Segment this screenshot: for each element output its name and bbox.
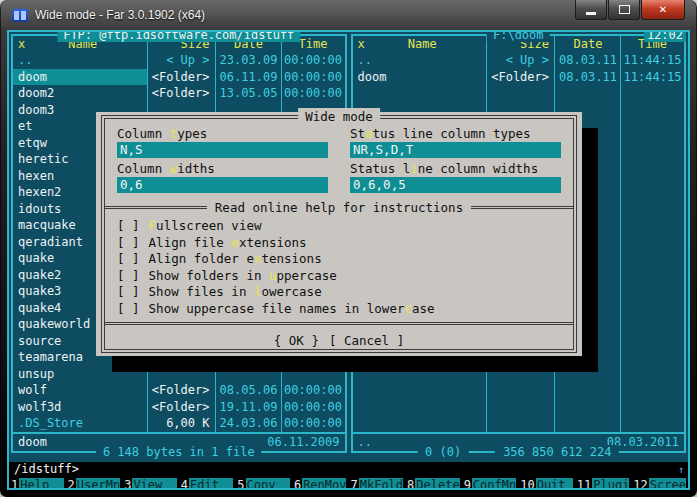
clock: 12:02 <box>644 30 686 42</box>
function-key-label: Quit <box>536 478 573 491</box>
function-key-label: UserMn <box>76 478 120 491</box>
function-key-label: ConfMn <box>472 478 516 491</box>
name-column-label: Name <box>408 37 437 51</box>
field-label: Status line column types <box>350 125 561 142</box>
command-line[interactable]: /idstuff> ↑ <box>9 462 688 477</box>
file-time: 11:44:15 <box>621 52 684 69</box>
function-key[interactable]: 10 Quit <box>520 478 573 491</box>
selected-count: 0 (0) <box>425 445 461 459</box>
dialog-fields: Column types Status line column types Co… <box>105 119 573 199</box>
function-key[interactable]: 8 Delete <box>407 478 460 491</box>
function-key[interactable]: 9 ConfMn <box>464 478 517 491</box>
dialog-field: Status line column types <box>350 125 561 160</box>
function-key-label: MkFold <box>359 478 403 491</box>
function-key[interactable]: 3 View <box>124 478 177 491</box>
function-key-label: Edit <box>189 478 233 491</box>
dialog-field: Status line column widths <box>350 160 561 195</box>
file-size: <Folder> <box>148 85 216 102</box>
ok-button[interactable]: { OK } <box>274 332 319 349</box>
titlebar[interactable]: Wide mode - Far 3.0.1902 (x64) ✕ <box>0 0 697 30</box>
checkbox-box[interactable]: [ ] <box>117 251 140 266</box>
checkbox[interactable]: [ ]Align file extensions <box>117 234 561 251</box>
left-panel-path[interactable]: FTP: @ftp.idsoftware.com/idstuff <box>57 30 300 42</box>
function-key[interactable]: 11 Plugin <box>577 478 630 491</box>
label-text: xtensions <box>239 235 307 250</box>
function-key[interactable]: 5 Copy <box>237 478 290 491</box>
function-key-number: 1 <box>11 478 19 491</box>
file-row[interactable]: .. < Up > 23.03.09 00:00:00 <box>13 52 345 69</box>
minimize-icon <box>586 12 596 15</box>
function-key-number: 11 <box>577 478 592 491</box>
function-key[interactable]: 1 Help <box>11 478 64 491</box>
file-row[interactable]: doom <Folder> 08.03.11 11:44:15 <box>353 69 685 86</box>
minimize-button[interactable] <box>575 0 607 20</box>
function-key-number: 10 <box>520 478 535 491</box>
file-row[interactable]: .DS_Store 6,00 K 24.03.06 00:00:00 <box>13 415 345 432</box>
label-text: Column <box>117 126 170 141</box>
label-text: ase <box>412 301 435 316</box>
label-text: owercase <box>261 284 321 299</box>
dialog-input[interactable] <box>117 142 328 158</box>
right-panel-footer: 0 (0) 356 850 612 224 <box>418 445 619 459</box>
checkbox[interactable]: [ ]Show files in lowercase <box>117 283 561 300</box>
separator-line <box>105 206 207 209</box>
checkbox-box[interactable]: [ ] <box>117 235 140 250</box>
dialog-field: Column types <box>117 125 328 160</box>
function-key-number: 7 <box>350 478 358 491</box>
function-key-label: Screen <box>649 478 686 491</box>
hotkey-letter: F <box>149 218 157 233</box>
file-row[interactable]: wolf <Folder> 08.05.06 00:00:00 <box>13 382 345 399</box>
function-key-label: Copy <box>246 478 290 491</box>
checkbox[interactable]: [ ]Align folder extensions <box>117 250 561 267</box>
label-text: tus line column types <box>373 126 531 141</box>
function-key[interactable]: 4 Edit <box>181 478 234 491</box>
dialog-input[interactable] <box>350 142 561 158</box>
file-time: 00:00:00 <box>282 382 345 399</box>
file-row[interactable]: doom2 <Folder> 13.05.05 00:00:00 <box>13 85 345 102</box>
close-button[interactable]: ✕ <box>641 0 685 20</box>
dialog-input[interactable] <box>350 177 561 193</box>
function-key[interactable]: 6 RenMov <box>294 478 347 491</box>
label-text: Align file <box>149 235 232 250</box>
sort-marker: x <box>18 36 25 52</box>
function-key[interactable]: 7 MkFold <box>350 478 403 491</box>
dialog-border: Wide mode Column types Status line colum… <box>101 115 577 353</box>
checkbox-label: Fullscreen view <box>149 218 262 233</box>
file-date: 23.03.09 <box>216 52 282 69</box>
checkbox-box[interactable]: [ ] <box>117 268 140 283</box>
cancel-button[interactable]: [ Cancel ] <box>329 332 404 349</box>
label-text: Column <box>117 161 170 176</box>
dialog-input[interactable] <box>117 177 328 193</box>
right-panel-path[interactable]: F:\doom <box>487 30 550 42</box>
label-text: St <box>350 126 365 141</box>
file-row[interactable]: .. < Up > 08.03.11 11:44:15 <box>353 52 685 69</box>
file-size: <Folder> <box>148 382 216 399</box>
checkbox-label: Align folder extensions <box>149 251 322 266</box>
dialog-checkboxes: [ ]Fullscreen view [ ]Align file extensi… <box>105 215 573 318</box>
file-date: 19.11.09 <box>216 399 282 416</box>
file-time: 00:00:00 <box>282 85 345 102</box>
file-row[interactable]: wolf3d <Folder> 19.11.09 00:00:00 <box>13 399 345 416</box>
function-key-number: 3 <box>124 478 132 491</box>
maximize-button[interactable] <box>608 0 640 20</box>
file-size: < Up > <box>487 52 555 69</box>
checkbox-label: Show files in lowercase <box>149 284 322 299</box>
checkbox-box[interactable]: [ ] <box>117 301 140 316</box>
checkbox[interactable]: [ ]Show uppercase file names in lowercas… <box>117 300 561 317</box>
function-key[interactable]: 12 Screen <box>633 478 686 491</box>
history-arrow-icon[interactable]: ↑ <box>678 462 684 477</box>
column-separator <box>620 36 621 432</box>
field-label: Column types <box>117 125 328 142</box>
file-row[interactable]: doom <Folder> 06.11.09 00:00:00 <box>13 69 345 86</box>
separator-line <box>471 206 573 209</box>
function-key[interactable]: 2 UserMn <box>68 478 121 491</box>
file-time: 11:44:15 <box>621 69 684 86</box>
checkbox-box[interactable]: [ ] <box>117 218 140 233</box>
icon-pane <box>21 11 26 20</box>
field-label: Status line column widths <box>350 160 561 177</box>
footer-line <box>469 451 495 453</box>
label-text: ypes <box>177 126 207 141</box>
checkbox-box[interactable]: [ ] <box>117 284 140 299</box>
checkbox[interactable]: [ ]Fullscreen view <box>117 217 561 234</box>
checkbox[interactable]: [ ]Show folders in uppercase <box>117 267 561 284</box>
